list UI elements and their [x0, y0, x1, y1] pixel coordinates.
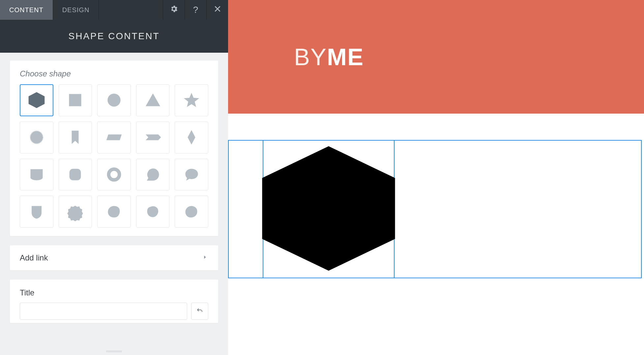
shape-speech-drop[interactable] — [136, 159, 170, 191]
shape-bookmark[interactable] — [59, 122, 92, 153]
svg-marker-8 — [146, 134, 161, 140]
gear-icon — [170, 5, 178, 15]
svg-marker-0 — [28, 92, 44, 108]
svg-rect-10 — [70, 169, 81, 180]
shape-tab-down[interactable] — [20, 159, 53, 191]
site-header: BYME — [228, 0, 644, 114]
svg-marker-4 — [184, 93, 199, 107]
title-reset-button[interactable] — [191, 303, 208, 320]
svg-marker-9 — [188, 130, 195, 145]
add-link-row[interactable]: Add link — [10, 245, 218, 270]
shape-burst[interactable] — [20, 122, 53, 153]
canvas-hexagon-shape[interactable] — [259, 139, 398, 279]
add-link-label: Add link — [20, 253, 48, 262]
shape-ring[interactable] — [97, 159, 131, 191]
svg-point-5 — [30, 131, 43, 144]
brand-logo: BYME — [294, 43, 364, 70]
canvas[interactable]: BYME — [228, 0, 644, 355]
shape-arrow-banner[interactable] — [136, 122, 170, 153]
shape-blob1[interactable] — [97, 196, 131, 228]
selected-shape-frame[interactable] — [263, 140, 395, 278]
svg-marker-12 — [262, 146, 395, 271]
shape-square[interactable] — [59, 84, 92, 116]
shape-badge[interactable] — [59, 196, 92, 228]
brand-light: BY — [294, 44, 327, 70]
title-label: Title — [20, 288, 208, 297]
brand-bold: ME — [327, 44, 364, 70]
title-input[interactable] — [20, 303, 187, 320]
shape-speech-bubble[interactable] — [175, 159, 208, 191]
tab-design[interactable]: DESIGN — [53, 0, 99, 20]
close-icon — [213, 5, 222, 15]
svg-marker-7 — [106, 134, 122, 140]
shape-blob3[interactable] — [175, 196, 208, 228]
tabs-row: CONTENT DESIGN ? — [0, 0, 228, 20]
shape-parallelogram[interactable] — [97, 122, 131, 153]
undo-icon — [196, 307, 204, 316]
panel-drag-handle[interactable] — [0, 348, 228, 355]
shapes-grid — [20, 84, 208, 228]
choose-shape-heading: Choose shape — [20, 69, 208, 78]
panel-body[interactable]: Choose shape — [0, 53, 228, 348]
svg-rect-1 — [69, 94, 81, 106]
svg-marker-3 — [146, 94, 160, 106]
svg-point-2 — [107, 94, 120, 107]
panel-title: SHAPE CONTENT — [0, 20, 228, 53]
shape-shield[interactable] — [20, 196, 53, 228]
title-card: Title — [10, 280, 218, 323]
settings-button[interactable] — [163, 0, 185, 20]
help-button[interactable]: ? — [185, 0, 206, 20]
close-button[interactable] — [206, 0, 228, 20]
svg-marker-6 — [72, 131, 79, 144]
shape-diamond[interactable] — [175, 122, 208, 153]
shape-circle[interactable] — [97, 84, 131, 116]
svg-point-11 — [109, 169, 119, 180]
help-icon: ? — [193, 5, 198, 15]
sidebar-panel: CONTENT DESIGN ? SHAPE CONTENT Choose sh… — [0, 0, 228, 355]
shape-rounded-square[interactable] — [59, 159, 92, 191]
tab-content[interactable]: CONTENT — [0, 0, 53, 20]
shape-blob2[interactable] — [136, 196, 170, 228]
shape-star[interactable] — [175, 84, 208, 116]
shape-triangle[interactable] — [136, 84, 170, 116]
shape-hexagon[interactable] — [20, 84, 53, 116]
choose-shape-card: Choose shape — [10, 61, 218, 236]
chevron-right-icon — [202, 253, 208, 262]
